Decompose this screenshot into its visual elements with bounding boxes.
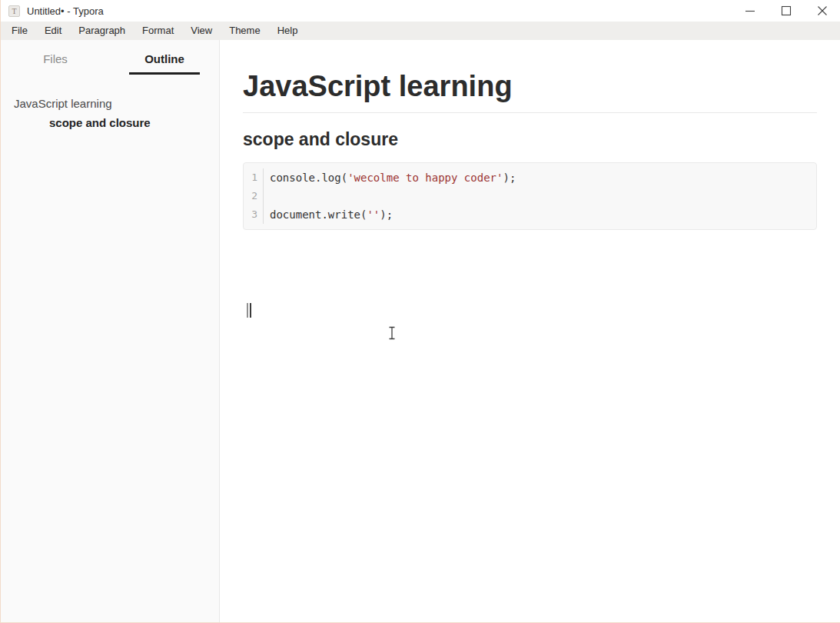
maximize-button[interactable] bbox=[768, 0, 804, 22]
close-icon bbox=[817, 5, 828, 16]
menu-item-format[interactable]: Format bbox=[134, 22, 182, 40]
caret-placeholder-bar bbox=[247, 303, 248, 318]
line-number: 1 bbox=[244, 168, 264, 187]
caret-blink-bar bbox=[250, 303, 251, 318]
code-line[interactable]: 3 document.write(''); bbox=[244, 205, 816, 224]
outline-list: JavaScript learning scope and closure bbox=[1, 97, 219, 129]
window-title: Untitled• - Typora bbox=[27, 5, 104, 17]
typora-app-icon: T bbox=[8, 5, 20, 17]
code-text bbox=[264, 187, 270, 205]
code-text: document.write(''); bbox=[264, 205, 393, 224]
menu-item-view[interactable]: View bbox=[182, 22, 221, 40]
outline-item-javascript-learning[interactable]: JavaScript learning bbox=[1, 97, 219, 110]
menu-item-file[interactable]: File bbox=[3, 22, 36, 40]
menu-item-theme[interactable]: Theme bbox=[221, 22, 268, 40]
close-button[interactable] bbox=[804, 0, 840, 22]
outline-item-scope-and-closure[interactable]: scope and closure bbox=[1, 116, 219, 129]
window-controls bbox=[732, 0, 840, 22]
sidebar-tabs: Files Outline bbox=[1, 52, 219, 82]
tab-files-label: Files bbox=[43, 52, 68, 72]
code-block[interactable]: 1 console.log('wecolme to happy coder');… bbox=[243, 162, 817, 230]
text-caret bbox=[247, 303, 253, 318]
line-number: 2 bbox=[244, 187, 264, 205]
tab-outline[interactable]: Outline bbox=[110, 52, 219, 82]
sidebar: Files Outline JavaScript learning scope … bbox=[1, 40, 220, 623]
content-row: Files Outline JavaScript learning scope … bbox=[1, 40, 840, 623]
tab-outline-label: Outline bbox=[129, 52, 200, 75]
line-number: 3 bbox=[244, 205, 264, 224]
code-text: console.log('wecolme to happy coder'); bbox=[264, 168, 516, 187]
tab-files[interactable]: Files bbox=[1, 52, 110, 82]
menu-item-paragraph[interactable]: Paragraph bbox=[70, 22, 134, 40]
minimize-button[interactable] bbox=[732, 0, 768, 22]
document-h2[interactable]: scope and closure bbox=[243, 128, 817, 151]
minimize-icon bbox=[745, 5, 755, 16]
menu-item-edit[interactable]: Edit bbox=[36, 22, 70, 40]
titlebar: T Untitled• - Typora bbox=[1, 0, 840, 22]
maximize-icon bbox=[781, 5, 792, 16]
menu-item-help[interactable]: Help bbox=[269, 22, 307, 40]
menu-bar: File Edit Paragraph Format View Theme He… bbox=[1, 22, 840, 40]
code-line[interactable]: 2 bbox=[244, 187, 816, 205]
editor-area[interactable]: JavaScript learning scope and closure 1 … bbox=[220, 40, 840, 623]
app-icon-letter: T bbox=[12, 7, 16, 15]
ibeam-cursor-icon bbox=[388, 326, 396, 340]
document-h1[interactable]: JavaScript learning bbox=[243, 69, 817, 113]
code-line[interactable]: 1 console.log('wecolme to happy coder'); bbox=[244, 168, 816, 187]
